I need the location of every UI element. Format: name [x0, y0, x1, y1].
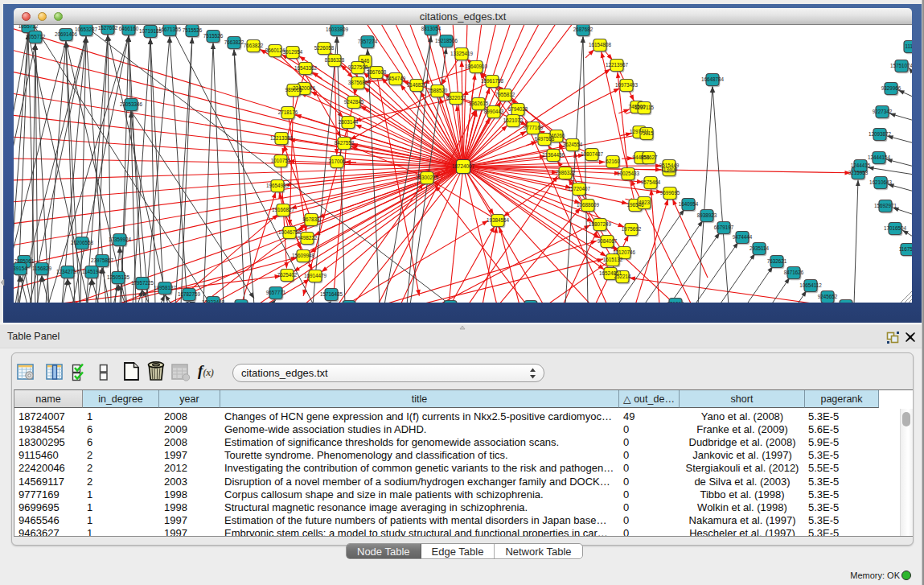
- svg-text:989016: 989016: [285, 87, 302, 93]
- svg-text:10653287: 10653287: [75, 27, 98, 32]
- svg-text:8938923: 8938923: [697, 212, 717, 218]
- svg-text:1055712: 1055712: [18, 25, 39, 29]
- svg-text:15692971: 15692971: [874, 203, 897, 208]
- svg-text:12505135: 12505135: [107, 274, 130, 280]
- svg-text:3875685: 3875685: [348, 80, 368, 85]
- svg-text:10688609: 10688609: [577, 202, 600, 208]
- svg-text:9657771: 9657771: [266, 290, 286, 295]
- svg-text:2867608: 2867608: [367, 69, 387, 75]
- svg-text:25300275: 25300275: [416, 175, 439, 180]
- svg-text:116753: 116753: [899, 246, 912, 252]
- svg-text:9329966: 9329966: [881, 85, 901, 91]
- svg-text:317006: 317006: [328, 159, 346, 164]
- svg-text:1621072: 1621072: [503, 117, 524, 123]
- svg-text:9084067: 9084067: [598, 238, 618, 244]
- svg-text:16154808: 16154808: [589, 42, 612, 47]
- svg-text:17957225: 17957225: [131, 280, 154, 286]
- svg-text:7663822: 7663822: [224, 39, 244, 45]
- svg-text:1297115: 1297115: [634, 105, 655, 110]
- svg-text:8990443: 8990443: [484, 109, 504, 114]
- svg-text:867833: 867833: [302, 216, 320, 222]
- svg-text:10973493: 10973493: [615, 82, 639, 88]
- svg-text:39154: 39154: [14, 266, 27, 271]
- svg-text:9498222: 9498222: [298, 235, 318, 241]
- svg-text:1362615: 1362615: [469, 101, 489, 106]
- svg-text:3912954: 3912954: [283, 49, 303, 55]
- svg-text:12342757: 12342757: [56, 269, 80, 274]
- svg-text:2385061: 2385061: [14, 258, 35, 264]
- svg-text:6679197: 6679197: [714, 225, 734, 230]
- svg-text:4923: 4923: [639, 200, 651, 205]
- svg-text:9515449: 9515449: [659, 163, 680, 168]
- svg-text:8813054: 8813054: [421, 26, 441, 31]
- svg-text:19654983: 19654983: [266, 183, 290, 188]
- svg-text:953627: 953627: [640, 154, 658, 160]
- svg-text:1615132: 1615132: [603, 257, 623, 262]
- svg-text:1640954: 1640954: [679, 201, 699, 207]
- svg-text:9242845: 9242845: [344, 99, 364, 105]
- svg-text:15609948: 15609948: [292, 253, 315, 258]
- svg-text:8427552: 8427552: [335, 140, 355, 146]
- svg-text:20206558: 20206558: [71, 240, 94, 245]
- svg-text:8322037: 8322037: [446, 95, 466, 101]
- svg-text:6794028: 6794028: [508, 106, 528, 112]
- svg-text:921064: 921064: [667, 301, 684, 303]
- svg-text:1010755: 1010755: [271, 158, 291, 163]
- svg-text:75115: 75115: [639, 130, 654, 136]
- svg-text:8454749: 8454749: [386, 76, 406, 81]
- svg-text:12093872: 12093872: [869, 131, 892, 137]
- svg-text:2935114: 2935114: [749, 245, 770, 251]
- svg-text:16961758: 16961758: [481, 78, 504, 84]
- svg-text:20691406: 20691406: [55, 31, 78, 37]
- svg-text:62160: 62160: [606, 159, 620, 164]
- svg-text:21364436: 21364436: [542, 152, 565, 158]
- svg-text:9227342: 9227342: [873, 109, 893, 114]
- svg-text:7515526: 7515526: [203, 33, 224, 39]
- svg-text:19218506: 19218506: [435, 38, 458, 43]
- svg-text:15720407: 15720407: [568, 186, 591, 192]
- svg-text:18807249: 18807249: [589, 221, 612, 227]
- svg-text:12213389: 12213389: [270, 135, 294, 141]
- svg-text:16543362: 16543362: [294, 65, 318, 71]
- svg-text:5226058: 5226058: [314, 45, 335, 51]
- svg-text:16782759: 16782759: [178, 291, 201, 297]
- svg-text:19166827: 19166827: [272, 207, 295, 212]
- svg-text:2803144: 2803144: [339, 119, 359, 125]
- svg-text:10654112: 10654112: [799, 282, 822, 288]
- svg-text:19384554: 19384554: [487, 217, 510, 223]
- svg-text:2687682: 2687682: [573, 27, 593, 32]
- svg-text:16671355: 16671355: [158, 27, 182, 32]
- svg-text:1527602: 1527602: [98, 25, 118, 31]
- svg-text:17016504: 17016504: [884, 225, 907, 231]
- svg-text:8471626: 8471626: [784, 270, 804, 275]
- svg-text:7632621: 7632621: [767, 258, 787, 264]
- svg-text:15716485: 15716485: [320, 291, 343, 297]
- svg-text:2718176: 2718176: [278, 109, 298, 115]
- svg-text:7625402: 7625402: [277, 272, 298, 278]
- svg-text:1055712: 1055712: [26, 34, 46, 39]
- svg-text:7955812: 7955812: [495, 92, 515, 97]
- svg-text:23975867: 23975867: [91, 257, 114, 263]
- svg-text:9474444: 9474444: [733, 234, 753, 240]
- svg-text:1244415: 1244415: [851, 163, 871, 168]
- svg-text:7986322: 7986322: [556, 170, 576, 175]
- svg-text:18724007: 18724007: [452, 163, 475, 169]
- svg-text:1145194: 1145194: [82, 269, 102, 274]
- svg-text:3624554: 3624554: [563, 142, 583, 147]
- svg-text:7357274: 7357274: [358, 39, 378, 44]
- svg-text:10120746: 10120746: [613, 249, 636, 255]
- svg-text:6497568: 6497568: [535, 136, 555, 142]
- svg-text:9699695: 9699695: [660, 190, 680, 196]
- svg-text:8186328: 8186328: [325, 57, 345, 63]
- svg-text:10046758: 10046758: [278, 229, 302, 235]
- svg-text:9146821: 9146821: [407, 82, 427, 88]
- svg-text:546: 546: [361, 58, 370, 64]
- svg-text:1975692: 1975692: [622, 226, 642, 232]
- svg-text:9327508: 9327508: [348, 64, 368, 70]
- svg-text:16914479: 16914479: [304, 273, 327, 278]
- svg-text:12923448: 12923448: [202, 299, 225, 303]
- svg-text:10025433: 10025433: [617, 171, 640, 176]
- svg-text:1156829: 1156829: [32, 266, 52, 271]
- svg-text:16648784: 16648784: [701, 76, 725, 82]
- svg-text:13325419: 13325419: [450, 51, 474, 56]
